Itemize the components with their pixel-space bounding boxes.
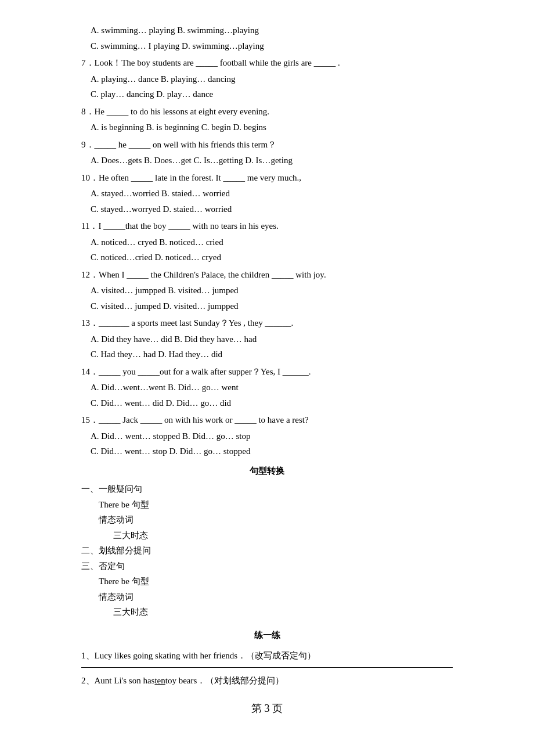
outline-section2: 二、划线部分提问 <box>81 543 453 559</box>
section-title: 句型转换 <box>81 464 453 479</box>
outline-sub3a: There be 句型 <box>99 574 453 589</box>
question-12: 12．When I _____ the Children's Palace, t… <box>81 268 453 314</box>
question-11-stem: 11．I _____that the boy _____ with no tea… <box>81 219 453 234</box>
question-10: 10．He often _____ late in the forest. It… <box>81 171 453 217</box>
question-14-opt-ab: A. Did…went…went B. Did… go… went <box>81 380 453 395</box>
question-11: 11．I _____that the boy _____ with no tea… <box>81 219 453 265</box>
practice-title: 练一练 <box>81 628 453 643</box>
practice-item-2: 2、Aunt Li's son hastentoy bears．（对划线部分提问… <box>81 674 453 689</box>
outline-sub1b: 情态动词 <box>99 513 453 528</box>
question-9-opts: A. Does…gets B. Does…get C. Is…getting D… <box>81 153 453 168</box>
practice-2-underline: ten <box>154 676 165 685</box>
practice-item-1: 1、Lucy likes going skating with her frie… <box>81 649 453 668</box>
question-10-stem: 10．He often _____ late in the forest. It… <box>81 171 453 186</box>
outline-section: 一、一般疑问句 There be 句型 情态动词 三大时态 二、划线部分提问 三… <box>81 482 453 620</box>
practice-2-text: 2、Aunt Li's son hastentoy bears．（对划线部分提问… <box>81 674 453 689</box>
question-8: 8．He _____ to do his lessons at eight ev… <box>81 105 453 135</box>
question-13-opt-cd: C. Had they… had D. Had they… did <box>81 347 453 362</box>
outline-section3: 三、否定句 <box>81 559 453 574</box>
question-12-opt-cd: C. visited… jumped D. visited… jumpped <box>81 299 453 314</box>
question-15-opt-cd: C. Did… went… stop D. Did… go… stopped <box>81 444 453 459</box>
question-15-stem: 15．_____ Jack _____ on with his work or … <box>81 413 453 428</box>
option-line-ab: A. swimming… playing B. swimming…playing <box>81 23 453 38</box>
question-7-opt-ab: A. playing… dance B. playing… dancing <box>81 72 453 87</box>
option-line-cd: C. swimming… I playing D. swimming…playi… <box>81 39 453 54</box>
prev-question-options: A. swimming… playing B. swimming…playing… <box>81 23 453 53</box>
question-14: 14．_____ you _____out for a walk after s… <box>81 365 453 411</box>
outline-sub3c: 三大时态 <box>113 605 453 620</box>
question-13-stem: 13．_______ a sports meet last Sunday？Yes… <box>81 316 453 331</box>
outline-section1: 一、一般疑问句 <box>81 482 453 497</box>
question-7-stem: 7．Look！The boy students are _____ footba… <box>81 56 453 71</box>
question-12-stem: 12．When I _____ the Children's Palace, t… <box>81 268 453 283</box>
page-number: 第 3 页 <box>81 700 453 718</box>
outline-sub1c: 三大时态 <box>113 528 453 543</box>
question-14-opt-cd: C. Did… went… did D. Did… go… did <box>81 396 453 411</box>
question-7: 7．Look！The boy students are _____ footba… <box>81 56 453 102</box>
question-15: 15．_____ Jack _____ on with his work or … <box>81 413 453 459</box>
question-13-opt-ab: A. Did they have… did B. Did they have… … <box>81 332 453 347</box>
outline-sub3b: 情态动词 <box>99 590 453 605</box>
practice-section: 1、Lucy likes going skating with her frie… <box>81 649 453 688</box>
practice-1-answer-line <box>81 667 453 668</box>
question-9: 9．_____ he _____ on well with his friend… <box>81 138 453 168</box>
practice-1-text: 1、Lucy likes going skating with her frie… <box>81 649 453 664</box>
question-7-opt-cd: C. play… dancing D. play… dance <box>81 87 453 102</box>
outline-sub1a: There be 句型 <box>99 498 453 513</box>
question-12-opt-ab: A. visited… jumpped B. visited… jumped <box>81 283 453 298</box>
question-10-opt-cd: C. stayed…worryed D. staied… worried <box>81 202 453 217</box>
question-10-opt-ab: A. stayed…worried B. staied… worried <box>81 186 453 201</box>
question-8-opts: A. is beginning B. is beginning C. begin… <box>81 120 453 135</box>
question-8-stem: 8．He _____ to do his lessons at eight ev… <box>81 105 453 120</box>
question-14-stem: 14．_____ you _____out for a walk after s… <box>81 365 453 380</box>
question-11-opt-cd: C. noticed…cried D. noticed… cryed <box>81 250 453 265</box>
question-11-opt-ab: A. noticed… cryed B. noticed… cried <box>81 235 453 250</box>
question-9-stem: 9．_____ he _____ on well with his friend… <box>81 138 453 153</box>
question-15-opt-ab: A. Did… went… stopped B. Did… go… stop <box>81 429 453 444</box>
question-13: 13．_______ a sports meet last Sunday？Yes… <box>81 316 453 362</box>
